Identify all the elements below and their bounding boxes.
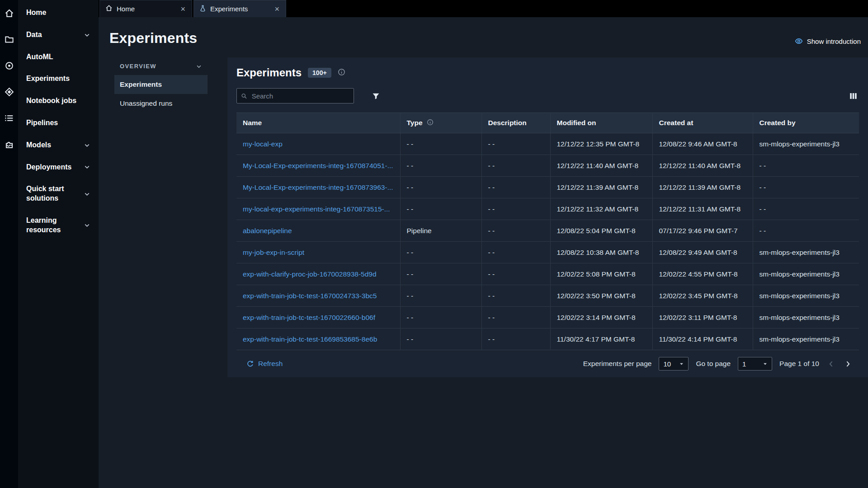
refresh-button[interactable]: Refresh [244,359,285,368]
close-icon[interactable]: × [179,5,186,13]
goto-page-select[interactable]: 1 [738,357,772,371]
page-header: Experiments Show introduction [109,30,868,47]
search-input[interactable] [251,92,349,100]
cell: 12/02/22 3:45 PM GMT-8 [652,285,753,307]
cell-name: abalonepipeline [236,220,400,242]
previous-page-icon[interactable] [826,360,836,368]
experiment-name-link[interactable]: exp-with-train-job-tc-test-1670024733-3b… [243,292,377,300]
show-introduction-button[interactable]: Show introduction [795,37,861,45]
sidebar-item-label: Learning resources [26,216,80,235]
sidebar-item-data[interactable]: Data [18,24,99,46]
sidebar-item-automl[interactable]: AutoML [18,46,99,68]
experiment-name-link[interactable]: My-Local-Exp-experiments-integ-167087396… [243,183,393,191]
cell: - - [481,133,550,155]
close-icon[interactable]: × [274,5,280,13]
home-icon[interactable] [3,7,15,19]
cell: - - [481,155,550,177]
tab-home[interactable]: Home × [99,0,192,17]
column-header-name[interactable]: Name [236,113,400,133]
cell-name: exp-with-clarify-proc-job-1670028938-5d9… [236,263,400,285]
caret-down-icon [763,361,768,366]
info-icon[interactable] [338,68,345,78]
cell: sm-mlops-experiments-jl3 [753,263,859,285]
notebook-jobs-icon[interactable] [3,112,15,124]
cell: 12/08/22 9:49 AM GMT-8 [652,242,753,263]
subnav-section-label: OVERVIEW [120,63,156,70]
cell: - - [481,263,550,285]
data-folder-icon[interactable] [3,33,15,45]
main-area: Home × Experiments × Experiments Show in… [99,0,868,488]
sidebar-item-learning-resources[interactable]: Learning resources [18,210,99,241]
table-row: My-Local-Exp-experiments-integ-167087396… [236,177,859,198]
cell-name: exp-with-train-job-tc-test-1670024733-3b… [236,285,400,307]
automl-icon[interactable] [3,60,15,71]
next-page-icon[interactable] [843,360,853,368]
cell: 12/02/22 4:55 PM GMT-8 [652,263,753,285]
show-introduction-label: Show introduction [807,38,861,45]
sidebar-item-label: Deployments [26,163,71,172]
cell: - - [481,177,550,198]
cell: - - [753,177,859,198]
sidebar-item-notebook-jobs[interactable]: Notebook jobs [18,90,99,112]
table-row: My-Local-Exp-experiments-integ-167087405… [236,155,859,177]
filter-icon[interactable] [372,92,380,100]
per-page-select[interactable]: 10 [659,357,689,371]
sidebar-item-quick-start-solutions[interactable]: Quick start solutions [18,178,99,210]
sidebar-item-home[interactable]: Home [18,2,99,24]
cell: - - [481,307,550,328]
cell: - - [400,307,481,328]
sidebar-item-label: Notebook jobs [26,96,76,106]
refresh-icon [246,360,254,368]
cell: 12/08/22 9:46 AM GMT-8 [652,133,753,155]
eye-icon [795,37,803,45]
experiments-icon[interactable] [3,86,15,98]
column-settings-icon[interactable] [849,92,857,100]
table-row: exp-with-train-job-tc-test-1670024733-3b… [236,285,859,307]
sidebar-item-experiments[interactable]: Experiments [18,68,99,90]
experiment-name-link[interactable]: exp-with-train-job-tc-test-1670022660-b0… [243,314,375,321]
cell: - - [400,133,481,155]
column-header-type[interactable]: Type [400,113,481,133]
table-row: my-job-exp-in-script- -- -12/08/22 10:38… [236,242,859,263]
cell: 12/12/22 11:39 AM GMT-8 [652,177,753,198]
cell: 12/02/22 5:08 PM GMT-8 [550,263,652,285]
experiment-name-link[interactable]: abalonepipeline [243,227,292,235]
column-header-description[interactable]: Description [481,113,550,133]
info-icon[interactable] [427,119,434,127]
cell-name: exp-with-train-job-tc-test-1669853685-8e… [236,328,400,350]
goto-page-label: Go to page [696,360,731,368]
cell: 12/08/22 10:38 AM GMT-8 [550,242,652,263]
subnav-item-unassigned-runs[interactable]: Unassigned runs [114,94,208,113]
column-header-modified-on[interactable]: Modified on [550,113,652,133]
subnav: OVERVIEW ExperimentsUnassigned runs [114,57,208,113]
panel-title: Experiments [236,66,302,79]
cell-name: my-job-exp-in-script [236,242,400,263]
table-footer: Refresh Experiments per page 10 Go to pa… [236,350,859,377]
sidebar-item-deployments[interactable]: Deployments [18,156,99,178]
experiment-name-link[interactable]: my-local-exp-experiments-integ-167087351… [243,205,390,213]
cell: 12/02/22 3:14 PM GMT-8 [550,307,652,328]
sidebar-item-pipelines[interactable]: Pipelines [18,112,99,134]
table-header-row: Name Type [236,113,859,133]
flask-icon [199,5,206,13]
column-header-created-by[interactable]: Created by [753,113,859,133]
experiment-name-link[interactable]: exp-with-train-job-tc-test-1669853685-8e… [243,335,377,343]
subnav-overview-toggle[interactable]: OVERVIEW [114,57,208,75]
experiment-name-link[interactable]: my-job-exp-in-script [243,249,304,256]
experiment-name-link[interactable]: exp-with-clarify-proc-job-1670028938-5d9… [243,270,377,278]
subnav-item-experiments[interactable]: Experiments [114,75,208,94]
cell: - - [481,198,550,220]
cell: - - [400,155,481,177]
tab-experiments[interactable]: Experiments × [193,0,286,17]
pipelines-icon[interactable] [3,138,15,150]
column-header-created-at[interactable]: Created at [652,113,753,133]
cell: sm-mlops-experiments-jl3 [753,133,859,155]
cell: 12/12/22 11:40 AM GMT-8 [550,155,652,177]
experiment-name-link[interactable]: My-Local-Exp-experiments-integ-167087405… [243,162,393,169]
cell: - - [753,155,859,177]
sidebar-item-label: AutoML [26,52,53,62]
icon-rail [0,0,18,488]
cell: - - [481,285,550,307]
experiment-name-link[interactable]: my-local-exp [243,140,283,148]
sidebar-item-models[interactable]: Models [18,134,99,156]
